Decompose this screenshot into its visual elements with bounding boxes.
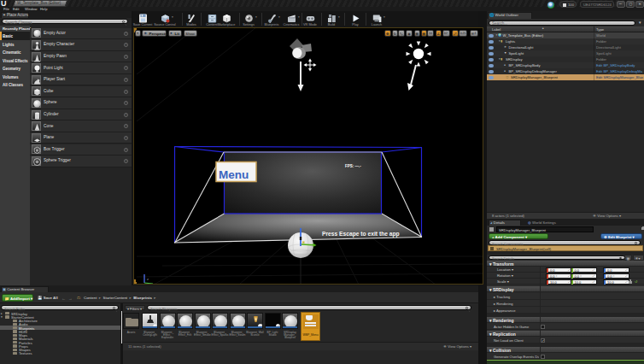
svg-text:FPS: ---.-: FPS: ---.- — [345, 164, 361, 168]
svg-text:Press Escape to exit the app: Press Escape to exit the app — [322, 231, 400, 238]
svg-text:z: z — [147, 277, 149, 281]
svg-text:Menu: Menu — [219, 168, 249, 181]
